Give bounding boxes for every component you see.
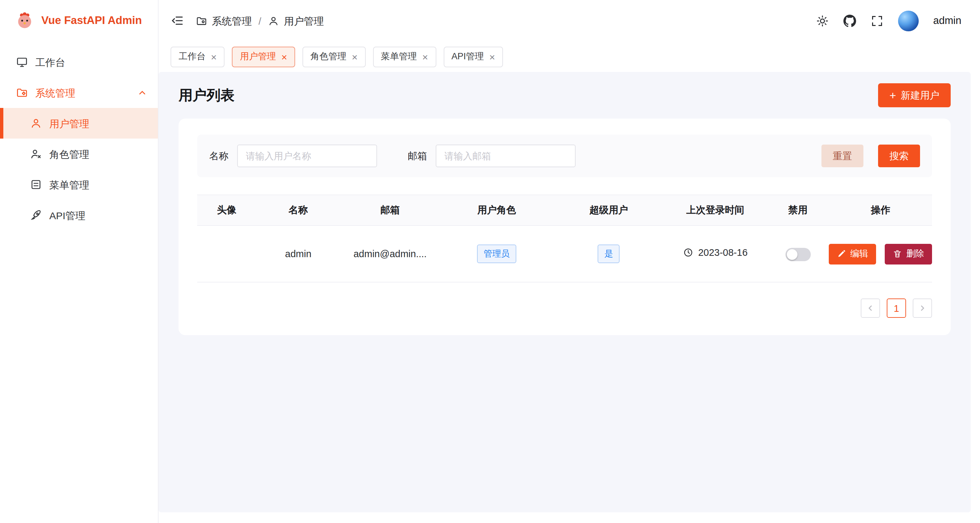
username[interactable]: admin	[933, 13, 961, 28]
col-email: 邮箱	[340, 195, 440, 226]
new-user-button[interactable]: + 新建用户	[878, 83, 951, 107]
sidebar-item-api-management[interactable]: API管理	[0, 200, 158, 231]
prev-page-button[interactable]	[861, 299, 880, 318]
sidebar-item-label: 菜单管理	[49, 178, 89, 192]
content-area: 用户列表 + 新建用户 名称 邮箱 重置 搜索	[159, 72, 970, 512]
button-label: 编辑	[850, 248, 869, 260]
delete-button[interactable]: 删除	[885, 243, 932, 264]
chevron-right-icon	[918, 304, 927, 312]
close-icon[interactable]: ×	[489, 52, 495, 62]
col-avatar: 头像	[197, 195, 256, 226]
email-cell: admin@admin....	[340, 226, 440, 282]
superuser-cell: 是	[554, 226, 664, 282]
page-1-button[interactable]: 1	[887, 299, 906, 318]
tab-workbench[interactable]: 工作台 ×	[170, 46, 225, 67]
role-cell: 管理员	[440, 226, 554, 282]
tab-bar: 工作台 × 用户管理 × 角色管理 × 菜单管理 × API管理 ×	[159, 41, 980, 72]
disabled-toggle[interactable]	[785, 248, 810, 261]
name-filter-input[interactable]	[237, 145, 377, 167]
breadcrumb: 系统管理 / 用户管理	[196, 14, 324, 28]
last-login-value: 2023-08-16	[698, 246, 748, 260]
person-icon	[30, 117, 42, 129]
avatar-cell	[197, 226, 256, 282]
chevron-up-icon[interactable]	[137, 87, 147, 98]
tab-api-management[interactable]: API管理 ×	[443, 46, 503, 67]
pencil-icon	[837, 249, 846, 259]
actions-cell: 编辑 删除	[829, 226, 932, 282]
avatar[interactable]	[898, 10, 919, 31]
tab-label: API管理	[451, 50, 484, 63]
tab-label: 菜单管理	[381, 50, 417, 63]
filter-bar: 名称 邮箱 重置 搜索	[197, 135, 932, 177]
breadcrumb-separator: /	[258, 14, 261, 28]
col-superuser: 超级用户	[554, 195, 664, 226]
tab-label: 用户管理	[240, 50, 276, 63]
tab-menu-management[interactable]: 菜单管理 ×	[373, 46, 436, 67]
folder-gear-icon	[196, 15, 207, 26]
search-button[interactable]: 搜索	[878, 145, 920, 167]
sidebar-item-label: 系统管理	[35, 86, 75, 100]
user-list-card: 名称 邮箱 重置 搜索	[178, 119, 951, 335]
sidebar-item-label: 用户管理	[49, 116, 89, 130]
chevron-left-icon	[866, 304, 875, 312]
col-name: 名称	[256, 195, 340, 226]
table-header-row: 头像 名称 邮箱 用户角色 超级用户 上次登录时间 禁用 操作	[197, 195, 932, 226]
app-window: Vue FastAPI Admin 工作台 系统管理	[0, 0, 980, 523]
sidebar-item-system-management[interactable]: 系统管理	[0, 77, 158, 108]
sidebar-item-label: 角色管理	[49, 147, 89, 161]
theme-toggle-sun-icon[interactable]	[816, 14, 829, 27]
disabled-cell	[767, 226, 829, 282]
tab-user-management[interactable]: 用户管理 ×	[232, 46, 296, 67]
header: 系统管理 / 用户管理	[159, 0, 980, 41]
sidebar: Vue FastAPI Admin 工作台 系统管理	[0, 0, 159, 523]
monitor-icon	[16, 56, 28, 68]
close-icon[interactable]: ×	[282, 52, 288, 62]
role-tag: 管理员	[477, 245, 516, 263]
sidebar-item-workbench[interactable]: 工作台	[0, 47, 158, 77]
logo-text: Vue FastAPI Admin	[41, 13, 142, 28]
breadcrumb-label: 系统管理	[212, 14, 252, 28]
breadcrumb-label: 用户管理	[284, 14, 324, 28]
col-role: 用户角色	[440, 195, 554, 226]
folder-gear-icon	[16, 87, 28, 99]
close-icon[interactable]: ×	[422, 52, 428, 62]
collapse-sidebar-icon[interactable]	[170, 14, 184, 27]
close-icon[interactable]: ×	[211, 52, 217, 62]
next-page-button[interactable]	[913, 299, 932, 318]
clock-icon	[683, 248, 694, 258]
list-icon	[30, 178, 42, 191]
reset-button[interactable]: 重置	[821, 145, 864, 167]
toggle-knob	[786, 249, 797, 259]
close-icon[interactable]: ×	[352, 52, 358, 62]
sidebar-item-role-management[interactable]: 角色管理	[0, 138, 158, 169]
email-filter-label: 邮箱	[408, 149, 427, 163]
button-label: 新建用户	[901, 89, 939, 102]
github-icon[interactable]	[843, 14, 856, 27]
edit-button[interactable]: 编辑	[829, 243, 877, 264]
fullscreen-icon[interactable]	[871, 14, 883, 27]
main-area: 系统管理 / 用户管理	[159, 0, 980, 523]
table-row: admin admin@admin.... 管理员 是	[197, 226, 932, 282]
sidebar-menu: 工作台 系统管理 用户管理 角	[0, 41, 158, 231]
rocket-icon	[30, 209, 42, 221]
person-icon	[268, 15, 279, 26]
tab-role-management[interactable]: 角色管理 ×	[302, 46, 366, 67]
col-actions: 操作	[829, 195, 932, 226]
sidebar-item-menu-management[interactable]: 菜单管理	[0, 169, 158, 200]
sidebar-item-user-management[interactable]: 用户管理	[0, 108, 158, 138]
last-login-cell: 2023-08-16	[664, 226, 767, 282]
superuser-tag: 是	[598, 245, 620, 263]
button-label: 删除	[906, 248, 924, 260]
email-filter-input[interactable]	[436, 145, 576, 167]
name-cell: admin	[256, 226, 340, 282]
tab-label: 工作台	[178, 50, 205, 63]
breadcrumb-user-management[interactable]: 用户管理	[268, 14, 324, 28]
logo-chicken-icon	[15, 11, 35, 31]
col-disabled: 禁用	[767, 195, 829, 226]
person-x-icon	[30, 148, 42, 160]
name-filter-label: 名称	[209, 149, 229, 163]
pagination: 1	[197, 299, 932, 318]
breadcrumb-system-management[interactable]: 系统管理	[196, 14, 252, 28]
logo[interactable]: Vue FastAPI Admin	[0, 0, 158, 41]
sidebar-item-label: API管理	[49, 208, 85, 222]
